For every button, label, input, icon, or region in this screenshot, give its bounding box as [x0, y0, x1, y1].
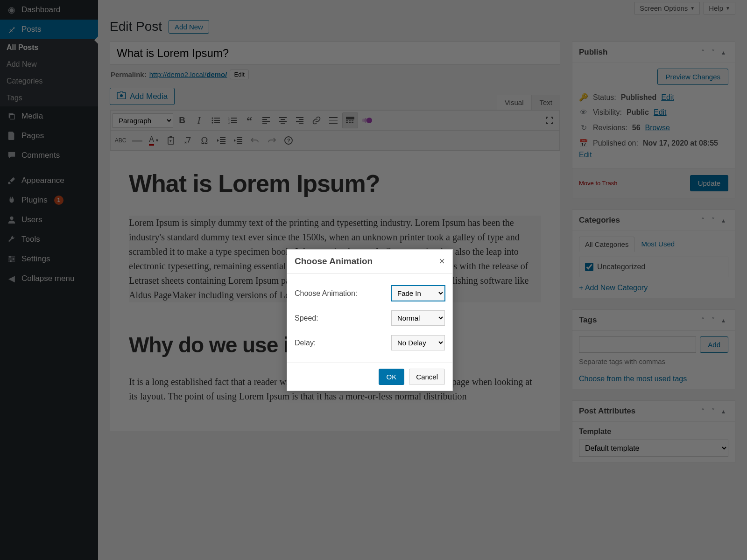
animation-select[interactable]: Fade In	[391, 286, 445, 301]
delay-select[interactable]: No Delay	[391, 335, 445, 350]
ok-button[interactable]: OK	[379, 369, 405, 385]
close-icon[interactable]: ×	[439, 255, 445, 267]
animation-field-label: Choose Animation:	[295, 289, 357, 298]
modal-title: Choose Animation	[295, 256, 439, 266]
cancel-button[interactable]: Cancel	[409, 369, 445, 385]
speed-field-label: Speed:	[295, 314, 318, 322]
delay-field-label: Delay:	[295, 339, 316, 347]
speed-select[interactable]: Normal	[391, 310, 445, 326]
choose-animation-modal: Choose Animation × Choose Animation: Fad…	[287, 249, 453, 391]
